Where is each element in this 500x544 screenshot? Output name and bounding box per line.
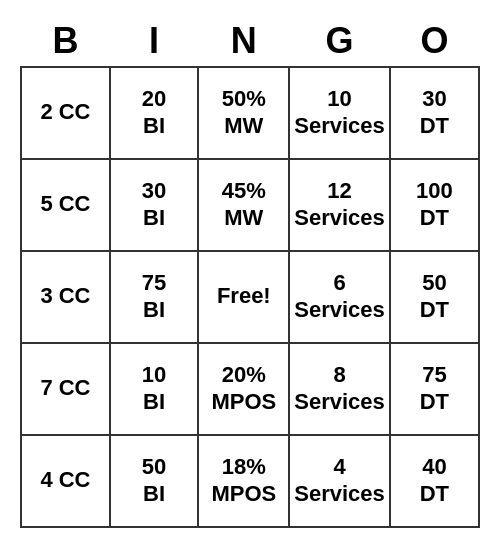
bingo-cell-2-4: 50DT bbox=[390, 251, 479, 343]
bingo-header-I: I bbox=[110, 17, 198, 67]
bingo-cell-3-3: 8Services bbox=[289, 343, 390, 435]
bingo-row-3: 7 CC10BI20%MPOS8Services75DT bbox=[21, 343, 479, 435]
bingo-cell-3-1: 10BI bbox=[110, 343, 198, 435]
bingo-cell-3-2: 20%MPOS bbox=[198, 343, 289, 435]
bingo-cell-4-3: 4Services bbox=[289, 435, 390, 527]
bingo-cell-1-1: 30BI bbox=[110, 159, 198, 251]
bingo-cell-1-3: 12Services bbox=[289, 159, 390, 251]
bingo-cell-4-4: 40DT bbox=[390, 435, 479, 527]
bingo-cell-1-4: 100DT bbox=[390, 159, 479, 251]
bingo-row-4: 4 CC50BI18%MPOS4Services40DT bbox=[21, 435, 479, 527]
bingo-header-B: B bbox=[21, 17, 110, 67]
bingo-cell-0-4: 30DT bbox=[390, 67, 479, 159]
bingo-header-O: O bbox=[390, 17, 479, 67]
bingo-row-0: 2 CC20BI50%MW10Services30DT bbox=[21, 67, 479, 159]
bingo-cell-2-2: Free! bbox=[198, 251, 289, 343]
bingo-cell-0-1: 20BI bbox=[110, 67, 198, 159]
bingo-cell-0-2: 50%MW bbox=[198, 67, 289, 159]
bingo-row-2: 3 CC75BIFree!6Services50DT bbox=[21, 251, 479, 343]
bingo-cell-1-0: 5 CC bbox=[21, 159, 110, 251]
bingo-cell-4-0: 4 CC bbox=[21, 435, 110, 527]
bingo-card: BINGO 2 CC20BI50%MW10Services30DT5 CC30B… bbox=[20, 17, 480, 528]
bingo-header-G: G bbox=[289, 17, 390, 67]
bingo-cell-0-3: 10Services bbox=[289, 67, 390, 159]
bingo-cell-1-2: 45%MW bbox=[198, 159, 289, 251]
bingo-cell-3-0: 7 CC bbox=[21, 343, 110, 435]
bingo-cell-0-0: 2 CC bbox=[21, 67, 110, 159]
bingo-row-1: 5 CC30BI45%MW12Services100DT bbox=[21, 159, 479, 251]
bingo-cell-2-0: 3 CC bbox=[21, 251, 110, 343]
bingo-cell-2-3: 6Services bbox=[289, 251, 390, 343]
bingo-header-N: N bbox=[198, 17, 289, 67]
bingo-cell-2-1: 75BI bbox=[110, 251, 198, 343]
bingo-cell-4-2: 18%MPOS bbox=[198, 435, 289, 527]
bingo-cell-3-4: 75DT bbox=[390, 343, 479, 435]
bingo-cell-4-1: 50BI bbox=[110, 435, 198, 527]
